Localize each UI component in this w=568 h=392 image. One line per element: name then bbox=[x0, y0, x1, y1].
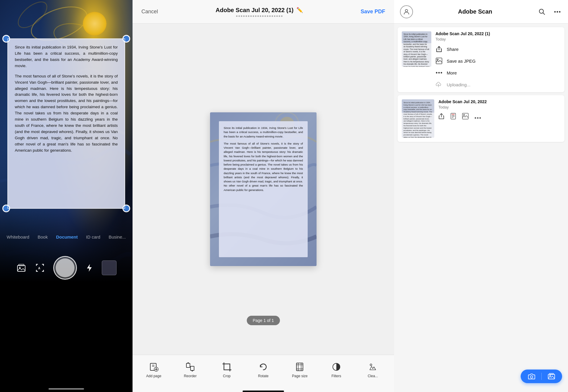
mode-whiteboard[interactable]: Whiteboard bbox=[6, 233, 31, 241]
svg-rect-31 bbox=[436, 58, 442, 64]
crop-label: Crop bbox=[223, 374, 231, 378]
camera-document-overlay: Since its initial publication in 1934, I… bbox=[7, 38, 125, 209]
svg-point-35 bbox=[441, 72, 442, 74]
uploading-label: Uploading... bbox=[447, 82, 470, 87]
camera-panel: Since its initial publication in 1934, I… bbox=[0, 0, 133, 392]
editor-title-area: Adobe Scan Jul 20, 2022 (1) ✏️ bbox=[216, 7, 303, 17]
dot-16 bbox=[272, 15, 273, 17]
cancel-button[interactable]: Cancel bbox=[141, 9, 158, 15]
save-jpeg-action[interactable]: Save as JPEG bbox=[435, 57, 560, 64]
editor-home-indicator bbox=[243, 391, 284, 392]
svg-point-24 bbox=[370, 364, 372, 366]
more-action[interactable]: More bbox=[435, 69, 560, 76]
second-scan-name: Adobe Scan Jul 20, 2022 bbox=[438, 99, 560, 104]
svg-point-43 bbox=[530, 376, 533, 378]
crop-handle-tl[interactable] bbox=[2, 35, 10, 43]
auto-scan-button[interactable]: A bbox=[35, 263, 45, 273]
shutter-inner bbox=[56, 258, 75, 277]
crop-handle-tr[interactable] bbox=[122, 35, 130, 43]
first-scan-date: Today bbox=[435, 37, 560, 41]
first-scan-actions: Share Save as JPEG bbox=[435, 46, 560, 88]
dot-12 bbox=[262, 15, 264, 17]
editor-bottom-bar bbox=[133, 390, 394, 392]
toolbar-add-page[interactable]: Add page bbox=[143, 362, 164, 378]
more-icon-2[interactable] bbox=[475, 114, 481, 120]
fab-divider bbox=[541, 373, 542, 380]
camera-doc-p1: Since its initial publication in 1934, I… bbox=[15, 44, 118, 69]
second-scan-thumbnail[interactable]: Since its initial publication in 1934, I… bbox=[402, 99, 434, 138]
search-button[interactable] bbox=[537, 7, 547, 17]
dot-13 bbox=[264, 15, 266, 17]
share-label: Share bbox=[447, 47, 459, 52]
dot-9 bbox=[255, 15, 256, 17]
svg-rect-18 bbox=[296, 363, 303, 371]
first-scan-card-content: Since its initial publication in 1934, I… bbox=[402, 31, 560, 88]
image-icon-2[interactable] bbox=[462, 113, 469, 121]
recent-photo-thumbnail[interactable] bbox=[102, 260, 117, 275]
svg-point-28 bbox=[554, 11, 556, 12]
mode-document[interactable]: Document bbox=[55, 233, 79, 241]
edit-title-icon[interactable]: ✏️ bbox=[296, 7, 303, 13]
share-icon bbox=[435, 46, 443, 53]
camera-mode-tabs: Whiteboard Book Document ID card Busine.… bbox=[0, 233, 133, 241]
dot-19 bbox=[279, 15, 280, 17]
toolbar-crop[interactable]: Crop bbox=[217, 362, 237, 378]
svg-line-27 bbox=[543, 13, 545, 14]
save-pdf-button[interactable]: Save PDF bbox=[361, 9, 385, 15]
mode-idcard[interactable]: ID card bbox=[85, 233, 101, 241]
filters-icon bbox=[331, 362, 342, 372]
toolbar-page-size[interactable]: Page size bbox=[289, 362, 310, 378]
user-avatar[interactable] bbox=[400, 5, 413, 18]
page-text-p2: The most famous of all of Stone's novels… bbox=[224, 142, 303, 192]
editor-title: Adobe Scan Jul 20, 2022 (1) ✏️ bbox=[216, 7, 303, 14]
flash-button[interactable] bbox=[85, 263, 94, 272]
svg-point-39 bbox=[464, 114, 465, 116]
rotate-icon bbox=[258, 362, 269, 372]
dot-4 bbox=[243, 15, 245, 17]
second-scan-card-content: Since its initial publication in 1934, I… bbox=[402, 99, 560, 138]
pdf-icon-2[interactable]: PDF bbox=[450, 113, 456, 121]
title-progress-dots bbox=[236, 15, 283, 17]
dot-18 bbox=[276, 15, 278, 17]
right-header: Adobe Scan bbox=[394, 0, 568, 24]
share-action[interactable]: Share bbox=[435, 46, 560, 53]
fab-camera-icon bbox=[528, 373, 535, 380]
editor-content[interactable]: Since its initial publication in 1934, I… bbox=[133, 24, 394, 355]
fab-combined-button[interactable] bbox=[521, 370, 562, 383]
dot-17 bbox=[274, 15, 275, 17]
svg-rect-44 bbox=[548, 374, 555, 379]
page-content: Since its initial publication in 1934, I… bbox=[219, 121, 308, 257]
mode-business[interactable]: Busine... bbox=[107, 233, 127, 241]
first-scan-name: Adobe Scan Jul 20, 2022 (1) bbox=[435, 31, 560, 36]
page-size-label: Page size bbox=[292, 374, 308, 378]
page-size-icon bbox=[294, 362, 305, 372]
shutter-button[interactable] bbox=[53, 256, 77, 280]
toolbar-rotate[interactable]: Rotate bbox=[253, 362, 274, 378]
gallery-button[interactable] bbox=[16, 263, 27, 273]
toolbar-clean[interactable]: Clea... bbox=[362, 362, 383, 378]
svg-point-29 bbox=[556, 11, 558, 12]
document-page[interactable]: Since its initial publication in 1934, I… bbox=[210, 112, 317, 266]
camera-bottom-ui: Whiteboard Book Document ID card Busine.… bbox=[0, 209, 133, 392]
toolbar-filters[interactable]: Filters bbox=[326, 362, 347, 378]
save-jpeg-label: Save as JPEG bbox=[447, 59, 476, 64]
mode-book[interactable]: Book bbox=[36, 233, 49, 241]
camera-doc-text: Since its initial publication in 1934, I… bbox=[7, 38, 125, 164]
editor-title-text: Adobe Scan Jul 20, 2022 (1) bbox=[216, 7, 293, 14]
save-jpeg-icon bbox=[435, 57, 443, 64]
share-icon-2[interactable] bbox=[438, 113, 444, 121]
dot-1 bbox=[236, 15, 238, 17]
clean-label: Clea... bbox=[368, 374, 378, 378]
add-page-icon bbox=[149, 362, 159, 372]
more-options-button[interactable] bbox=[553, 7, 562, 17]
svg-text:A: A bbox=[38, 267, 40, 270]
dot-11 bbox=[260, 15, 261, 17]
page-indicator: Page 1 of 1 bbox=[247, 316, 280, 325]
editor-panel: Cancel Adobe Scan Jul 20, 2022 (1) ✏️ bbox=[133, 0, 394, 392]
first-scan-thumbnail[interactable]: Since its initial publication in 1934, I… bbox=[402, 31, 431, 67]
toolbar-reorder[interactable]: Reorder bbox=[180, 362, 201, 378]
camera-controls: A bbox=[0, 256, 133, 280]
thumb2-text: Since its initial publication in 1934, I… bbox=[404, 101, 433, 138]
second-scan-info: Adobe Scan Jul 20, 2022 Today PDF bbox=[438, 99, 560, 121]
dot-6 bbox=[248, 15, 249, 17]
